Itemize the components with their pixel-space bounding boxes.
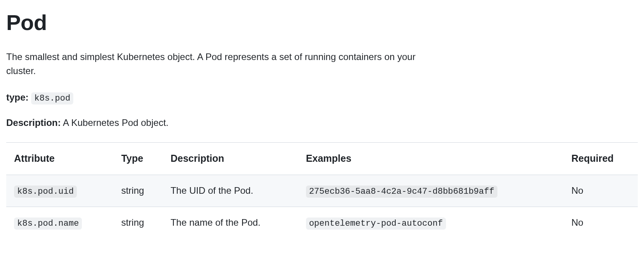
- cell-examples: opentelemetry-pod-autoconf: [298, 207, 564, 239]
- type-label: type:: [6, 92, 28, 103]
- cell-type: string: [113, 207, 163, 239]
- type-code: k8s.pod: [31, 92, 73, 104]
- header-examples: Examples: [298, 143, 564, 175]
- examples-code: opentelemetry-pod-autoconf: [306, 218, 446, 230]
- description-row: Description: A Kubernetes Pod object.: [6, 116, 638, 130]
- cell-required: No: [564, 175, 638, 207]
- attributes-table: Attribute Type Description Examples Requ…: [6, 143, 638, 239]
- attribute-code: k8s.pod.uid: [14, 186, 77, 198]
- header-required: Required: [564, 143, 638, 175]
- header-description: Description: [163, 143, 298, 175]
- cell-description: The UID of the Pod.: [163, 175, 298, 207]
- description-label: Description:: [6, 117, 61, 128]
- header-attribute: Attribute: [6, 143, 113, 175]
- intro-paragraph: The smallest and simplest Kubernetes obj…: [6, 50, 435, 78]
- cell-description: The name of the Pod.: [163, 207, 298, 239]
- page-title: Pod: [6, 6, 638, 39]
- cell-attribute: k8s.pod.uid: [6, 175, 113, 207]
- cell-type: string: [113, 175, 163, 207]
- cell-examples: 275ecb36-5aa8-4c2a-9c47-d8bb681b9aff: [298, 175, 564, 207]
- header-type: Type: [113, 143, 163, 175]
- examples-code: 275ecb36-5aa8-4c2a-9c47-d8bb681b9aff: [306, 186, 497, 198]
- table-row: k8s.pod.name string The name of the Pod.…: [6, 207, 638, 239]
- cell-attribute: k8s.pod.name: [6, 207, 113, 239]
- type-row: type: k8s.pod: [6, 90, 638, 105]
- description-value: A Kubernetes Pod object.: [63, 117, 168, 128]
- cell-required: No: [564, 207, 638, 239]
- table-row: k8s.pod.uid string The UID of the Pod. 2…: [6, 175, 638, 207]
- attribute-code: k8s.pod.name: [14, 218, 82, 230]
- table-header-row: Attribute Type Description Examples Requ…: [6, 143, 638, 175]
